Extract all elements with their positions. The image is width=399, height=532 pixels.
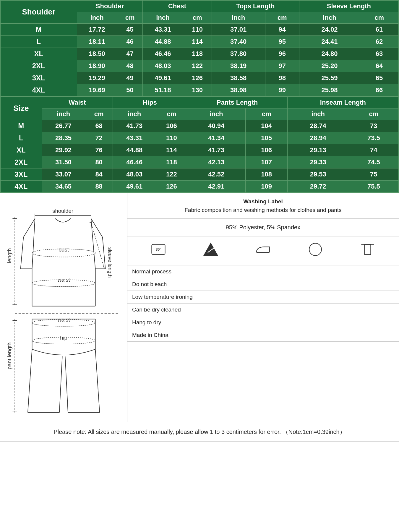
washing-area: Washing Label Fabric composition and was… — [127, 193, 399, 422]
svg-line-18 — [91, 218, 95, 269]
tops-inch-cell: 37.40 — [212, 36, 265, 48]
tops-cm-header: cm — [265, 12, 299, 24]
hips-cm-cell: 110 — [156, 132, 187, 144]
inseam-inch-cell: 29.33 — [287, 156, 349, 168]
svg-text:waist: waist — [57, 277, 70, 283]
pants-inch-cell: 42.13 — [187, 156, 246, 168]
waist-cm-cell: 84 — [85, 168, 113, 181]
inseam-cm-cell: 74 — [349, 144, 398, 156]
svg-text:waist: waist — [57, 317, 70, 323]
waist-inch-cell: 29.92 — [42, 144, 85, 156]
wash-instruction-item: Low temperature ironing — [127, 291, 399, 304]
chest-inch-cell: 43.31 — [143, 24, 183, 36]
tops-cm-cell: 96 — [265, 48, 299, 60]
svg-line-17 — [32, 218, 35, 269]
tops-inch-cell: 37.80 — [212, 48, 265, 60]
chest-cm-cell: 110 — [183, 24, 212, 36]
chest-cm-cell: 114 — [183, 36, 212, 48]
washing-title: Washing Label — [132, 197, 394, 206]
sleeve-cm-header: cm — [360, 12, 399, 24]
tops-inch-cell: 38.19 — [212, 60, 265, 72]
waist-cm-cell: 76 — [85, 144, 113, 156]
pants-inch-cell: 41.34 — [187, 132, 246, 144]
tops-table-row: 2XL 18.90 48 48.03 122 38.19 97 25.20 64 — [1, 60, 399, 72]
size-cell: XL — [1, 144, 42, 156]
diagram-area: length shoulder — [0, 193, 127, 422]
hang-dry-icon — [360, 242, 375, 260]
waist-inch-cell: 28.35 — [42, 132, 85, 144]
hips-cm-cell: 114 — [156, 144, 187, 156]
bottoms-table: Size Waist Hips Pants Length Inseam Leng… — [0, 96, 399, 193]
size-cell: 3XL — [1, 168, 42, 181]
hips-inch-cell: 48.03 — [113, 168, 156, 181]
size-cell: M — [1, 24, 77, 36]
inseam-cm-cell: 75 — [349, 168, 398, 181]
shoulder-inch-cell: 18.90 — [77, 60, 117, 72]
bottoms-table-row: 3XL 33.07 84 48.03 122 42.52 108 29.53 7… — [1, 168, 399, 181]
pants-inch-header: inch — [187, 108, 246, 120]
inseam-cm-cell: 73 — [349, 120, 398, 132]
shoulder-cm-cell: 46 — [117, 36, 143, 48]
sleeve-cm-cell: 66 — [360, 84, 399, 96]
svg-text:shoulder: shoulder — [52, 208, 73, 214]
pants-inch-cell: 41.73 — [187, 144, 246, 156]
tops-cm-cell: 98 — [265, 72, 299, 84]
shoulder-inch-cell: 19.29 — [77, 72, 117, 84]
pants-inch-cell: 42.52 — [187, 168, 246, 181]
svg-text:pant length: pant length — [7, 342, 13, 369]
inseam-inch-cell: 29.72 — [287, 181, 349, 193]
inseam-inch-cell: 28.94 — [287, 132, 349, 144]
hips-inch-cell: 41.73 — [113, 120, 156, 132]
size-cell: 3XL — [1, 72, 77, 84]
tops-inch-cell: 37.01 — [212, 24, 265, 36]
shoulder-inch-cell: 18.11 — [77, 36, 117, 48]
pants-cm-header: cm — [246, 108, 287, 120]
washing-instructions: Normal processDo not bleachLow temperatu… — [127, 265, 399, 342]
shoulder-inch-cell: 17.72 — [77, 24, 117, 36]
tops-inch-header: inch — [212, 12, 265, 24]
sleeve-inch-cell: 24.80 — [299, 48, 360, 60]
svg-text:30°: 30° — [155, 247, 161, 252]
tops-cm-cell: 97 — [265, 60, 299, 72]
shoulder-cm-cell: 45 — [117, 24, 143, 36]
tops-table-row: XL 18.50 47 46.46 118 37.80 96 24.80 63 — [1, 48, 399, 60]
shoulder-inch-cell: 18.50 — [77, 48, 117, 60]
sleeve-cm-cell: 63 — [360, 48, 399, 60]
hips-inch-cell: 49.61 — [113, 181, 156, 193]
bottoms-table-row: M 26.77 68 41.73 106 40.94 104 28.74 73 — [1, 120, 399, 132]
chest-header: Chest — [143, 1, 212, 12]
bottoms-table-row: XL 29.92 76 44.88 114 41.73 106 29.13 74 — [1, 144, 399, 156]
inseam-cm-header: cm — [349, 108, 398, 120]
svg-text:hip: hip — [60, 335, 67, 341]
no-bleach-icon — [203, 242, 218, 260]
wash-instruction-item: Do not bleach — [127, 278, 399, 291]
chest-inch-cell: 49.61 — [143, 72, 183, 84]
svg-line-11 — [103, 237, 106, 269]
pants-cm-cell: 104 — [246, 120, 287, 132]
hips-header: Hips — [113, 97, 187, 108]
svg-line-38 — [95, 349, 100, 413]
hips-inch-cell: 44.88 — [113, 144, 156, 156]
pants-inch-cell: 40.94 — [187, 120, 246, 132]
waist-inch-cell: 33.07 — [42, 168, 85, 181]
hips-cm-cell: 122 — [156, 168, 187, 181]
shoulder-cm-cell: 50 — [117, 84, 143, 96]
tops-cm-cell: 94 — [265, 24, 299, 36]
footer-note: Please note: All sizes are measured manu… — [0, 422, 399, 441]
svg-line-35 — [28, 349, 32, 413]
inseam-cm-cell: 73.5 — [349, 132, 398, 144]
sleeve-cm-cell: 64 — [360, 60, 399, 72]
svg-line-8 — [23, 218, 35, 237]
chest-inch-cell: 51.18 — [143, 84, 183, 96]
tops-size-header: Shoulder — [1, 1, 77, 24]
chest-cm-cell: 122 — [183, 60, 212, 72]
pants-length-header: Pants Length — [187, 97, 288, 108]
size-cell: 2XL — [1, 60, 77, 72]
waist-cm-cell: 88 — [85, 181, 113, 193]
svg-line-25 — [103, 266, 105, 269]
waist-cm-cell: 68 — [85, 120, 113, 132]
tops-inch-cell: 38.58 — [212, 72, 265, 84]
size-cell: L — [1, 132, 42, 144]
size-cell: M — [1, 120, 42, 132]
waist-cm-cell: 80 — [85, 156, 113, 168]
